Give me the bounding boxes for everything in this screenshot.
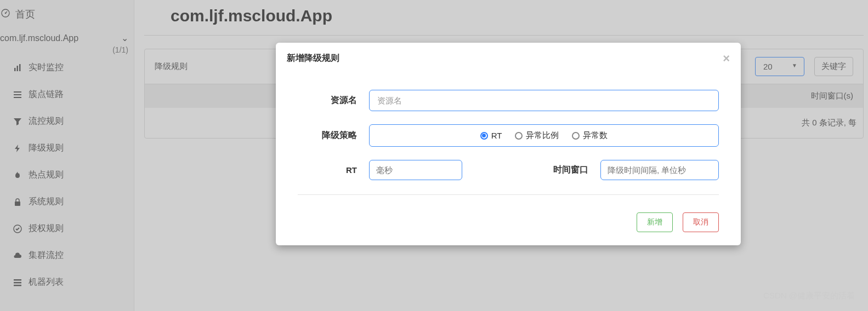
radio-icon	[480, 132, 488, 140]
add-button[interactable]: 新增	[637, 212, 673, 232]
strategy-row: 降级策略 RT 异常比例 异常数	[298, 124, 719, 147]
window-label: 时间窗口	[502, 164, 600, 176]
resource-input[interactable]	[369, 90, 719, 111]
modal-body: 资源名 降级策略 RT 异常比例 异常数 RT 时间窗口	[276, 73, 741, 201]
rt-input[interactable]	[369, 160, 462, 180]
close-icon[interactable]: ×	[723, 53, 730, 65]
modal-title: 新增降级规则	[287, 53, 339, 64]
rt-label: RT	[298, 165, 369, 175]
radio-icon	[572, 132, 580, 140]
watermark: CSDN @健康平安的活着	[763, 291, 855, 301]
add-degrade-rule-modal: 新增降级规则 × 资源名 降级策略 RT 异常比例 异常数 RT 时间窗口	[276, 43, 741, 245]
strategy-rt[interactable]: RT	[480, 130, 502, 141]
window-input[interactable]	[600, 160, 719, 180]
radio-icon	[515, 132, 523, 140]
cancel-button[interactable]: 取消	[683, 212, 719, 232]
resource-label: 资源名	[298, 95, 369, 106]
strategy-label: 降级策略	[298, 130, 369, 141]
modal-divider	[298, 194, 719, 195]
modal-header: 新增降级规则 ×	[276, 43, 741, 73]
rt-window-row: RT 时间窗口	[298, 160, 719, 180]
modal-footer: 新增 取消	[276, 201, 741, 245]
strategy-radio-group: RT 异常比例 异常数	[369, 124, 719, 147]
strategy-error-ratio[interactable]: 异常比例	[515, 130, 559, 141]
strategy-error-count[interactable]: 异常数	[572, 130, 608, 141]
resource-row: 资源名	[298, 90, 719, 111]
